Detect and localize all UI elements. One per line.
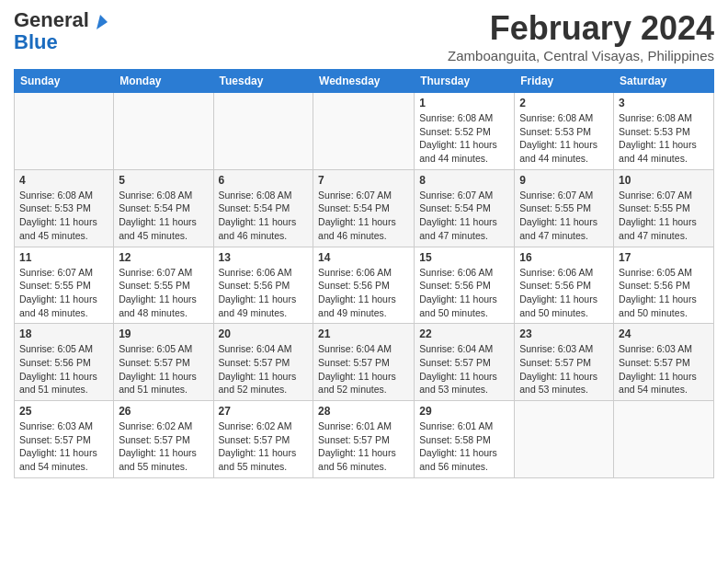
calendar-cell: [213, 93, 313, 170]
day-info: Sunrise: 6:04 AM Sunset: 5:57 PM Dayligh…: [419, 342, 509, 396]
day-info: Sunrise: 6:08 AM Sunset: 5:53 PM Dayligh…: [619, 111, 709, 166]
calendar-cell: 7Sunrise: 6:07 AM Sunset: 5:54 PM Daylig…: [313, 169, 415, 247]
calendar-cell: [313, 93, 415, 170]
day-of-week-header: Sunday: [15, 70, 114, 93]
day-info: Sunrise: 6:04 AM Sunset: 5:57 PM Dayligh…: [318, 342, 409, 396]
day-number: 6: [219, 174, 309, 187]
day-info: Sunrise: 6:02 AM Sunset: 5:57 PM Dayligh…: [119, 419, 208, 474]
calendar-cell: 8Sunrise: 6:07 AM Sunset: 5:54 PM Daylig…: [415, 169, 515, 247]
day-number: 18: [19, 327, 108, 340]
day-number: 7: [318, 174, 409, 187]
day-info: Sunrise: 6:08 AM Sunset: 5:53 PM Dayligh…: [519, 111, 609, 166]
day-number: 3: [619, 97, 709, 109]
day-info: Sunrise: 6:07 AM Sunset: 5:54 PM Dayligh…: [419, 189, 509, 243]
calendar-cell: 20Sunrise: 6:04 AM Sunset: 5:57 PM Dayli…: [213, 324, 313, 401]
day-number: 26: [119, 405, 208, 418]
day-number: 27: [219, 405, 309, 418]
day-info: Sunrise: 6:04 AM Sunset: 5:57 PM Dayligh…: [219, 342, 309, 396]
day-info: Sunrise: 6:07 AM Sunset: 5:55 PM Dayligh…: [119, 266, 208, 320]
calendar-week-row: 18Sunrise: 6:05 AM Sunset: 5:56 PM Dayli…: [15, 324, 714, 401]
calendar-cell: 24Sunrise: 6:03 AM Sunset: 5:57 PM Dayli…: [614, 324, 714, 401]
day-number: 16: [519, 251, 609, 264]
day-info: Sunrise: 6:05 AM Sunset: 5:57 PM Dayligh…: [119, 342, 208, 396]
day-number: 24: [619, 327, 709, 340]
day-of-week-header: Wednesday: [313, 70, 415, 93]
day-number: 2: [519, 97, 609, 109]
day-number: 19: [119, 327, 208, 340]
day-info: Sunrise: 6:03 AM Sunset: 5:57 PM Dayligh…: [619, 342, 709, 396]
logo-arrow-icon: [91, 13, 111, 33]
svg-marker-0: [97, 15, 108, 29]
calendar-cell: 17Sunrise: 6:05 AM Sunset: 5:56 PM Dayli…: [614, 247, 714, 324]
calendar-cell: 16Sunrise: 6:06 AM Sunset: 5:56 PM Dayli…: [515, 247, 614, 324]
calendar-week-row: 25Sunrise: 6:03 AM Sunset: 5:57 PM Dayli…: [15, 401, 714, 478]
title-block: February 2024 Zamboanguita, Central Visa…: [448, 9, 714, 63]
calendar-cell: 15Sunrise: 6:06 AM Sunset: 5:56 PM Dayli…: [415, 247, 515, 324]
day-number: 14: [318, 251, 409, 264]
day-number: 25: [19, 405, 108, 418]
day-info: Sunrise: 6:06 AM Sunset: 5:56 PM Dayligh…: [519, 266, 609, 320]
calendar-cell: 11Sunrise: 6:07 AM Sunset: 5:55 PM Dayli…: [15, 247, 114, 324]
month-year-title: February 2024: [448, 9, 714, 48]
day-info: Sunrise: 6:02 AM Sunset: 5:57 PM Dayligh…: [219, 419, 309, 474]
day-info: Sunrise: 6:06 AM Sunset: 5:56 PM Dayligh…: [219, 266, 309, 320]
day-info: Sunrise: 6:08 AM Sunset: 5:54 PM Dayligh…: [219, 189, 309, 243]
day-number: 20: [219, 327, 309, 340]
calendar-cell: [15, 93, 114, 170]
calendar-cell: 9Sunrise: 6:07 AM Sunset: 5:55 PM Daylig…: [515, 169, 614, 247]
day-number: 13: [219, 251, 309, 264]
day-number: 15: [419, 251, 509, 264]
day-number: 29: [419, 405, 509, 418]
day-info: Sunrise: 6:07 AM Sunset: 5:55 PM Dayligh…: [19, 266, 108, 320]
calendar-cell: 28Sunrise: 6:01 AM Sunset: 5:57 PM Dayli…: [313, 401, 415, 478]
calendar-cell: 12Sunrise: 6:07 AM Sunset: 5:55 PM Dayli…: [114, 247, 213, 324]
calendar-cell: 25Sunrise: 6:03 AM Sunset: 5:57 PM Dayli…: [15, 401, 114, 478]
day-number: 12: [119, 251, 208, 264]
calendar-cell: [114, 93, 213, 170]
calendar-week-row: 11Sunrise: 6:07 AM Sunset: 5:55 PM Dayli…: [15, 247, 714, 324]
day-of-week-header: Tuesday: [213, 70, 313, 93]
calendar-cell: 10Sunrise: 6:07 AM Sunset: 5:55 PM Dayli…: [614, 169, 714, 247]
day-number: 10: [619, 174, 709, 187]
calendar-cell: 22Sunrise: 6:04 AM Sunset: 5:57 PM Dayli…: [415, 324, 515, 401]
day-number: 17: [619, 251, 709, 264]
day-number: 8: [419, 174, 509, 187]
logo-text: General Blue: [14, 9, 89, 53]
calendar-cell: 29Sunrise: 6:01 AM Sunset: 5:58 PM Dayli…: [415, 401, 515, 478]
calendar-cell: 23Sunrise: 6:03 AM Sunset: 5:57 PM Dayli…: [515, 324, 614, 401]
day-of-week-header: Monday: [114, 70, 213, 93]
calendar-cell: 18Sunrise: 6:05 AM Sunset: 5:56 PM Dayli…: [15, 324, 114, 401]
calendar-cell: 1Sunrise: 6:08 AM Sunset: 5:52 PM Daylig…: [415, 93, 515, 170]
day-info: Sunrise: 6:05 AM Sunset: 5:56 PM Dayligh…: [619, 266, 709, 320]
location-subtitle: Zamboanguita, Central Visayas, Philippin…: [448, 48, 714, 63]
day-info: Sunrise: 6:05 AM Sunset: 5:56 PM Dayligh…: [19, 342, 108, 396]
day-info: Sunrise: 6:06 AM Sunset: 5:56 PM Dayligh…: [419, 266, 509, 320]
day-info: Sunrise: 6:07 AM Sunset: 5:55 PM Dayligh…: [519, 189, 609, 243]
day-info: Sunrise: 6:03 AM Sunset: 5:57 PM Dayligh…: [19, 419, 108, 474]
calendar-cell: 3Sunrise: 6:08 AM Sunset: 5:53 PM Daylig…: [614, 93, 714, 170]
day-number: 9: [519, 174, 609, 187]
day-number: 5: [119, 174, 208, 187]
day-number: 1: [419, 97, 509, 109]
calendar-week-row: 4Sunrise: 6:08 AM Sunset: 5:53 PM Daylig…: [15, 169, 714, 247]
day-info: Sunrise: 6:01 AM Sunset: 5:58 PM Dayligh…: [419, 419, 509, 474]
calendar-cell: [515, 401, 614, 478]
day-of-week-header: Thursday: [415, 70, 515, 93]
day-number: 4: [19, 174, 108, 187]
day-info: Sunrise: 6:08 AM Sunset: 5:54 PM Dayligh…: [119, 189, 208, 243]
day-info: Sunrise: 6:08 AM Sunset: 5:53 PM Dayligh…: [19, 189, 108, 243]
day-info: Sunrise: 6:07 AM Sunset: 5:55 PM Dayligh…: [619, 189, 709, 243]
calendar-cell: 5Sunrise: 6:08 AM Sunset: 5:54 PM Daylig…: [114, 169, 213, 247]
calendar-table: SundayMondayTuesdayWednesdayThursdayFrid…: [14, 69, 714, 478]
page-header: General Blue February 2024 Zamboanguita,…: [14, 9, 714, 63]
day-of-week-header: Saturday: [614, 70, 714, 93]
day-info: Sunrise: 6:07 AM Sunset: 5:54 PM Dayligh…: [318, 189, 409, 243]
day-info: Sunrise: 6:01 AM Sunset: 5:57 PM Dayligh…: [318, 419, 409, 474]
calendar-cell: 2Sunrise: 6:08 AM Sunset: 5:53 PM Daylig…: [515, 93, 614, 170]
calendar-cell: 4Sunrise: 6:08 AM Sunset: 5:53 PM Daylig…: [15, 169, 114, 247]
day-info: Sunrise: 6:03 AM Sunset: 5:57 PM Dayligh…: [519, 342, 609, 396]
calendar-header-row: SundayMondayTuesdayWednesdayThursdayFrid…: [15, 70, 714, 93]
calendar-cell: 21Sunrise: 6:04 AM Sunset: 5:57 PM Dayli…: [313, 324, 415, 401]
day-of-week-header: Friday: [515, 70, 614, 93]
calendar-cell: 13Sunrise: 6:06 AM Sunset: 5:56 PM Dayli…: [213, 247, 313, 324]
